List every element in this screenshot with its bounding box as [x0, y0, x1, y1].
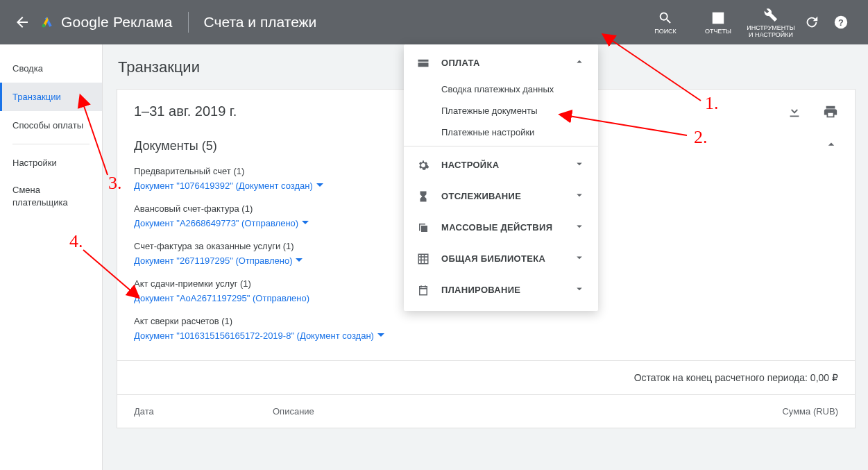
refresh-button[interactable]	[797, 15, 826, 30]
card-icon	[416, 56, 430, 70]
page-title: Счета и платежи	[204, 14, 317, 31]
col-date: Дата	[134, 406, 273, 417]
collapse-button[interactable]	[824, 137, 838, 153]
product-name: Google Реклама	[61, 14, 173, 31]
menu-section-bulk[interactable]: МАССОВЫЕ ДЕЙСТВИЯ	[404, 212, 598, 243]
sidebar-item-change-payer[interactable]: Смена плательщика	[0, 177, 102, 216]
sidebar-item-transactions[interactable]: Транзакции	[0, 83, 102, 111]
card-tools	[787, 104, 838, 119]
refresh-icon	[804, 15, 819, 30]
chevron-up-icon	[573, 56, 586, 70]
svg-point-0	[42, 24, 46, 28]
header-actions: ПОИСК ОТЧЕТЫ ИНСТРУМЕНТЫ И НАСТРОЙКИ ?	[639, 0, 856, 44]
menu-section-planning[interactable]: ПЛАНИРОВАНИЕ	[404, 274, 598, 305]
doc-link[interactable]: Документ "1016315156165172-2019-8" (Доку…	[134, 330, 384, 341]
menu-section-tracking[interactable]: ОТСЛЕЖИВАНИЕ	[404, 181, 598, 212]
wrench-icon	[763, 7, 778, 22]
caret-down-icon	[377, 330, 384, 341]
caret-down-icon	[302, 218, 309, 228]
doc-link[interactable]: Документ "AoA2671197295" (Отправлено)	[134, 293, 309, 303]
hourglass-icon	[416, 190, 430, 203]
doc-link[interactable]: Документ "A2668649773" (Отправлено)	[134, 218, 309, 228]
menu-section-setup[interactable]: НАСТРОЙКА	[404, 149, 598, 181]
chevron-down-icon	[573, 220, 586, 235]
tools-dropdown: ОПЛАТА Сводка платежных данных Платежные…	[404, 44, 598, 311]
search-button[interactable]: ПОИСК	[639, 0, 692, 44]
download-icon[interactable]	[787, 104, 802, 119]
menu-section-payment[interactable]: ОПЛАТА	[404, 47, 598, 78]
caret-down-icon	[296, 255, 303, 266]
menu-section-library[interactable]: ОБЩАЯ БИБЛИОТЕКА	[404, 243, 598, 274]
reports-label: ОТЧЕТЫ	[705, 28, 731, 35]
help-icon: ?	[833, 15, 849, 30]
back-button[interactable]	[14, 14, 31, 31]
gear-icon	[416, 158, 430, 172]
tools-button[interactable]: ИНСТРУМЕНТЫ И НАСТРОЙКИ	[744, 0, 797, 44]
menu-item-payment-settings[interactable]: Платежные настройки	[404, 121, 598, 143]
help-button[interactable]: ?	[826, 15, 856, 30]
search-label: ПОИСК	[654, 28, 676, 35]
doc-group: Акт сверки расчетов (1) Документ "101631…	[134, 316, 838, 341]
google-ads-icon	[40, 15, 54, 29]
balance-row: Остаток на конец расчетного периода: 0,0…	[117, 360, 855, 394]
menu-item-payment-documents[interactable]: Платежные документы	[404, 100, 598, 121]
chevron-up-icon	[824, 137, 838, 151]
app-header: Google Реклама Счета и платежи ПОИСК ОТЧ…	[0, 0, 868, 44]
col-sum: Сумма (RUB)	[734, 406, 838, 417]
reports-button[interactable]: ОТЧЕТЫ	[692, 0, 744, 44]
sidebar-divider	[12, 144, 90, 144]
menu-item-payment-summary[interactable]: Сводка платежных данных	[404, 78, 598, 100]
sidebar: Сводка Транзакции Способы оплаты Настрой…	[0, 44, 103, 470]
grid-icon	[416, 252, 430, 266]
caret-down-icon	[316, 181, 323, 191]
table-header: Дата Описание Сумма (RUB)	[117, 394, 855, 428]
chevron-down-icon	[573, 158, 586, 172]
header-divider	[188, 12, 189, 33]
chevron-down-icon	[573, 283, 586, 297]
chevron-down-icon	[573, 251, 586, 266]
print-icon[interactable]	[823, 104, 838, 119]
date-range: 1–31 авг. 2019 г.	[134, 103, 237, 119]
menu-divider	[404, 146, 598, 146]
tools-label: ИНСТРУМЕНТЫ И НАСТРОЙКИ	[747, 24, 795, 38]
sidebar-item-payment-methods[interactable]: Способы оплаты	[0, 111, 102, 140]
copy-icon	[416, 221, 430, 235]
sidebar-item-summary[interactable]: Сводка	[0, 54, 102, 83]
col-description: Описание	[273, 406, 734, 417]
svg-text:?: ?	[838, 17, 844, 28]
calendar-icon	[416, 283, 430, 297]
sidebar-item-settings[interactable]: Настройки	[0, 149, 102, 177]
doc-link[interactable]: Документ "2671197295" (Отправлено)	[134, 255, 303, 266]
doc-link[interactable]: Документ "1076419392" (Документ создан)	[134, 181, 323, 191]
chevron-down-icon	[573, 189, 586, 203]
product-logo[interactable]: Google Реклама	[40, 14, 173, 31]
doc-group-label: Акт сверки расчетов (1)	[134, 316, 838, 326]
reports-icon	[710, 10, 726, 26]
search-icon	[658, 10, 673, 26]
